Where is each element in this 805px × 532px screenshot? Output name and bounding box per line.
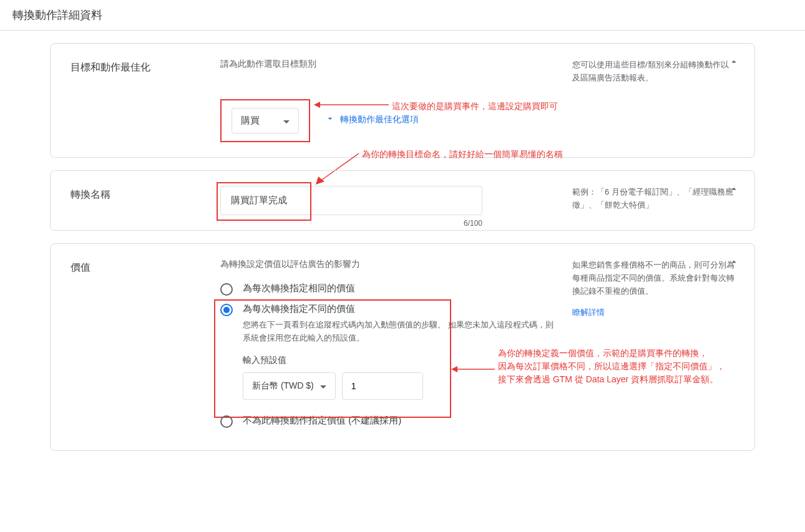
chevron-up-icon [728,256,739,268]
section-label: 價值 [71,259,208,428]
chevron-up-icon [728,56,739,67]
side-help-text: 如果您銷售多種價格不一的商品，則可分別為每種商品指定不同的價值。系統會針對每次轉… [572,259,734,297]
default-value-input[interactable] [342,372,423,400]
value-card: 價值 為轉換設定價值以評估廣告的影響力 為每次轉換指定相同的價值 為每次轉換指定… [50,243,755,451]
goal-optimization-card: 目標和動作最佳化 請為此動作選取目標類別 購買 這次要做的是購買事件，這邊設定購… [50,43,755,158]
char-count: 6/100 [464,219,482,228]
radio-icon [220,415,233,428]
section-label: 目標和動作最佳化 [71,59,208,142]
page-title: 轉換動作詳細資料 [0,0,805,31]
select-value: 購買 [241,115,260,127]
svg-marker-1 [314,102,320,108]
chevron-down-icon [325,114,335,125]
radio-icon-checked [220,304,233,316]
content-area: 目標和動作最佳化 請為此動作選取目標類別 購買 這次要做的是購買事件，這邊設定購… [0,31,805,476]
radio-label: 不為此轉換動作指定價值 (不建議採用) [243,415,401,427]
conversion-name-input[interactable] [220,186,482,215]
learn-more-link[interactable]: 瞭解詳情 [572,306,734,319]
annotation-frame: 購買 [220,99,310,142]
dropdown-arrow-icon [271,115,290,126]
goal-category-select[interactable]: 購買 [232,108,299,133]
annotation-text: 為你的轉換定義一個價值，示範的是購買事件的轉換， 因為每次訂單價格不同，所以這邊… [498,347,791,386]
collapse-button[interactable] [728,256,739,269]
conversion-name-card: 轉換名稱 6/100 範例：「6 月份電子報訂閱」、「經理職務應徵」、「餅乾大特… [50,170,755,231]
annotation-arrow-icon [314,99,389,111]
radio-label: 為每次轉換指定相同的價值 [243,283,355,294]
side-help-text: 您可以使用這些目標/類別來分組轉換動作以及區隔廣告活動報表。 [572,59,734,142]
side-help-text: 範例：「6 月份電子報訂閱」、「經理職務應徵」、「餅乾大特價」 [572,186,734,215]
currency-select[interactable]: 新台幣 (TWD $) [243,372,336,400]
section-subtitle: 請為此動作選取目標類別 [220,59,560,70]
section-subtitle: 為轉換設定價值以評估廣告的影響力 [220,259,560,270]
section-label: 轉換名稱 [71,186,208,215]
collapse-button[interactable] [728,183,739,196]
annotation-text: 為你的轉換目標命名，請好好給一個簡單易懂的名稱 [362,148,563,161]
annotation-text: 這次要做的是購買事件，這邊設定購買即可 [392,100,558,113]
optimization-options-expand[interactable]: 轉換動作最佳化選項 [325,114,419,125]
collapse-button[interactable] [728,56,739,69]
radio-label: 為每次轉換指定不同的價值 [243,303,560,315]
expand-label: 轉換動作最佳化選項 [340,114,419,125]
chevron-up-icon [728,183,739,195]
radio-no-value[interactable]: 不為此轉換動作指定價值 (不建議採用) [220,415,560,428]
currency-value: 新台幣 (TWD $) [252,380,314,392]
radio-icon [220,283,233,296]
radio-same-value[interactable]: 為每次轉換指定相同的價值 [220,283,560,296]
dropdown-arrow-icon [320,381,326,391]
radio-subtext: 您將在下一頁看到在追蹤程式碼內加入動態價值的步驟。 如果您未加入這段程式碼，則系… [243,319,560,345]
